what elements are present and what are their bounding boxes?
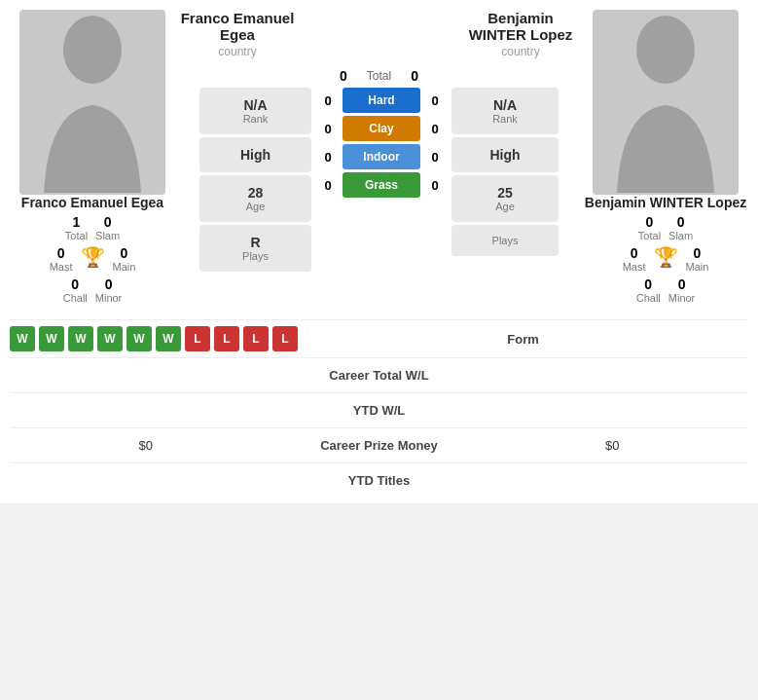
right-center-name: Benjamin WINTER Lopez country bbox=[462, 10, 579, 62]
right-info-boxes: N/A Rank High 25 Age Plays bbox=[451, 88, 559, 256]
career-total-center: Career Total W/L bbox=[282, 368, 477, 383]
right-total: 0 Total bbox=[638, 214, 661, 241]
left-center-name: Franco Emanuel Egea country bbox=[179, 10, 296, 62]
right-rank-box: N/A Rank bbox=[451, 88, 559, 134]
prize-money-center: Career Prize Money bbox=[282, 438, 477, 453]
ytd-wl-row: YTD W/L bbox=[10, 392, 748, 427]
right-plays-box: Plays bbox=[451, 225, 559, 256]
right-stats-row2: 0 Mast 🏆 0 Main bbox=[623, 245, 709, 273]
right-player-silhouette bbox=[597, 13, 734, 193]
left-rank-box: N/A Rank bbox=[199, 88, 311, 134]
comparison-section: Franco Emanuel Egea 1 Total 0 Slam 0 Mas… bbox=[0, 0, 758, 313]
form-badge-0: W bbox=[10, 326, 35, 351]
form-badge-1: W bbox=[39, 326, 64, 351]
right-trophy-icon: 🏆 bbox=[654, 245, 678, 273]
clay-badge: Clay bbox=[343, 116, 420, 141]
left-player-silhouette bbox=[24, 13, 161, 193]
right-minor: 0 Minor bbox=[668, 276, 696, 304]
surface-hard-row: 0 Hard 0 bbox=[321, 88, 442, 113]
left-stats-row3: 0 Chall 0 Minor bbox=[63, 276, 123, 304]
grass-badge: Grass bbox=[343, 172, 420, 198]
total-row: 0 Total 0 bbox=[340, 68, 418, 84]
right-slam: 0 Slam bbox=[668, 214, 693, 241]
left-trophy-icon: 🏆 bbox=[81, 245, 105, 273]
left-stats-row2: 0 Mast 🏆 0 Main bbox=[50, 245, 136, 273]
hard-badge: Hard bbox=[343, 88, 420, 113]
ytd-wl-center: YTD W/L bbox=[282, 403, 477, 418]
left-plays-box: R Plays bbox=[199, 225, 311, 272]
right-age-box: 25 Age bbox=[451, 175, 559, 222]
left-minor: 0 Minor bbox=[95, 276, 123, 304]
indoor-badge: Indoor bbox=[343, 144, 420, 169]
form-badge-7: L bbox=[214, 326, 239, 351]
prize-money-row: $0 Career Prize Money $0 bbox=[10, 427, 748, 462]
form-badge-2: W bbox=[68, 326, 93, 351]
prize-money-right: $0 bbox=[477, 438, 749, 453]
surface-indoor-row: 0 Indoor 0 bbox=[321, 144, 442, 169]
left-info-boxes: N/A Rank High 28 Age R Plays bbox=[199, 88, 311, 272]
right-chall: 0 Chall bbox=[636, 276, 661, 304]
right-stats-row1: 0 Total 0 Slam bbox=[638, 214, 693, 241]
main-container: Franco Emanuel Egea 1 Total 0 Slam 0 Mas… bbox=[0, 0, 758, 503]
ytd-titles-row: YTD Titles bbox=[10, 462, 748, 497]
surface-clay-row: 0 Clay 0 bbox=[321, 116, 442, 141]
right-player-card: Benjamin WINTER Lopez 0 Total 0 Slam 0 M… bbox=[583, 10, 748, 304]
form-badge-3: W bbox=[97, 326, 123, 351]
right-main: 0 Main bbox=[686, 245, 709, 273]
right-stats-row3: 0 Chall 0 Minor bbox=[636, 276, 696, 304]
right-player-name: Benjamin WINTER Lopez bbox=[585, 195, 746, 210]
ytd-titles-center: YTD Titles bbox=[282, 473, 477, 488]
left-player-name: Franco Emanuel Egea bbox=[21, 195, 163, 210]
form-badge-8: L bbox=[243, 326, 269, 351]
left-total: 1 Total bbox=[65, 214, 88, 241]
form-badge-4: W bbox=[126, 326, 152, 351]
left-stats-row1: 1 Total 0 Slam bbox=[65, 214, 120, 241]
left-age-box: 28 Age bbox=[199, 175, 311, 222]
svg-point-0 bbox=[63, 16, 122, 84]
left-mast: 0 Mast bbox=[50, 245, 73, 273]
left-chall: 0 Chall bbox=[63, 276, 88, 304]
svg-point-1 bbox=[636, 16, 695, 84]
career-total-row: Career Total W/L bbox=[10, 357, 748, 392]
right-mast: 0 Mast bbox=[623, 245, 646, 273]
form-badge-5: W bbox=[156, 326, 181, 351]
form-label: Form bbox=[298, 332, 748, 347]
bottom-section: W W W W W W L L L L Form Career Total W/… bbox=[0, 313, 758, 503]
form-badge-9: L bbox=[272, 326, 298, 351]
middle-section: Franco Emanuel Egea country Benjamin WIN… bbox=[179, 10, 579, 304]
surface-section: 0 Hard 0 0 Clay 0 0 Indoor 0 bbox=[315, 88, 448, 198]
right-high-box: High bbox=[451, 137, 559, 172]
right-player-photo bbox=[593, 10, 739, 195]
left-player-photo bbox=[19, 10, 165, 195]
surface-grass-row: 0 Grass 0 bbox=[321, 172, 442, 198]
middle-content: N/A Rank High 28 Age R Plays bbox=[199, 88, 559, 272]
form-badges: W W W W W W L L L L bbox=[10, 326, 298, 351]
form-row: W W W W W W L L L L Form bbox=[10, 319, 748, 357]
left-player-card: Franco Emanuel Egea 1 Total 0 Slam 0 Mas… bbox=[10, 10, 175, 304]
left-high-box: High bbox=[199, 137, 311, 172]
left-main: 0 Main bbox=[113, 245, 136, 273]
form-badge-6: L bbox=[185, 326, 210, 351]
prize-money-left: $0 bbox=[10, 438, 282, 453]
left-slam: 0 Slam bbox=[95, 214, 120, 241]
